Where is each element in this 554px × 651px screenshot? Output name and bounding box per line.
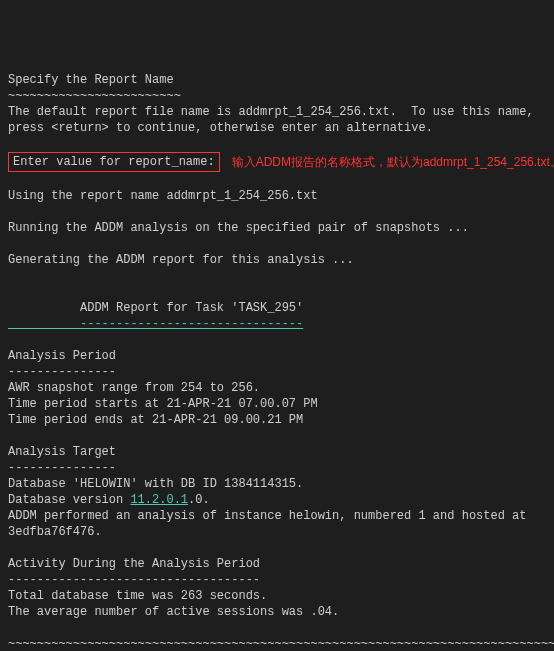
line: AWR snapshot range from 254 to 256. — [8, 381, 260, 395]
prompt-highlight: Enter value for report_name: — [8, 152, 220, 172]
line: ADDM Report for Task 'TASK_295' — [8, 301, 303, 315]
line: press <return> to continue, otherwise en… — [8, 121, 433, 135]
line: Specify the Report Name — [8, 73, 174, 87]
line: ------------------------------- — [8, 317, 303, 331]
line: --------------- — [8, 365, 116, 379]
line: Activity During the Analysis Period — [8, 557, 260, 571]
line: Using the report name addmrpt_1_254_256.… — [8, 189, 318, 203]
line: --------------- — [8, 461, 116, 475]
line: ~~~~~~~~~~~~~~~~~~~~~~~~ — [8, 89, 181, 103]
line: The average number of active sessions wa… — [8, 605, 339, 619]
line: Analysis Target — [8, 445, 116, 459]
line: Running the ADDM analysis on the specifi… — [8, 221, 469, 235]
line: ----------------------------------- — [8, 573, 260, 587]
line: 3edfba76f476. — [8, 525, 102, 539]
db-version-link[interactable]: 11.2.0.1 — [130, 493, 188, 507]
line: The default report file name is addmrpt_… — [8, 105, 534, 119]
line: Database 'HELOWIN' with DB ID 1384114315… — [8, 477, 303, 491]
line: ADDM performed an analysis of instance h… — [8, 509, 526, 523]
line: .0. — [188, 493, 210, 507]
line: Time period ends at 21-APR-21 09.00.21 P… — [8, 413, 303, 427]
terminal-output: Specify the Report Name ~~~~~~~~~~~~~~~~… — [8, 72, 546, 651]
line: Time period starts at 21-APR-21 07.00.07… — [8, 397, 318, 411]
line: Database version — [8, 493, 130, 507]
line: ~~~~~~~~~~~~~~~~~~~~~~~~~~~~~~~~~~~~~~~~… — [8, 637, 554, 651]
line: Generating the ADDM report for this anal… — [8, 253, 354, 267]
line: Analysis Period — [8, 349, 116, 363]
annotation-input-name: 输入ADDM报告的名称格式，默认为addmrpt_1_254_256.txt。 — [232, 154, 554, 170]
line: Total database time was 263 seconds. — [8, 589, 267, 603]
